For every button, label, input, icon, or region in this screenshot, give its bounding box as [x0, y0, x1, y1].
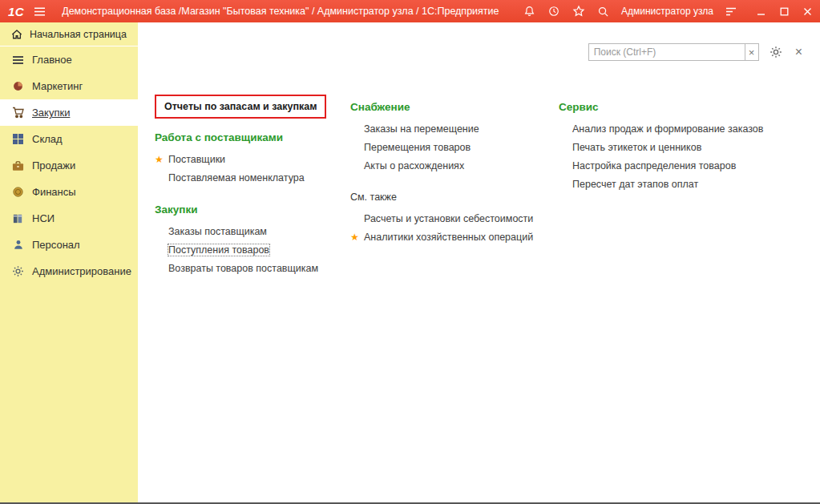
- group-title-service: Сервис: [559, 101, 814, 113]
- section-functions-panel: × × Отчеты по запасам и закупкам Работа …: [138, 22, 820, 502]
- sidebar-item-personnel[interactable]: Персонал: [0, 232, 138, 258]
- link-inventory-purchase-reports[interactable]: Отчеты по запасам и закупкам: [155, 95, 326, 119]
- link-transfer-orders[interactable]: Заказы на перемещение: [350, 120, 559, 139]
- sidebar-item-finance[interactable]: Финансы: [0, 179, 138, 205]
- main-menu-icon[interactable]: [34, 6, 46, 17]
- link-business-operation-analytics[interactable]: ★ Аналитики хозяйственных операций: [350, 228, 559, 247]
- warehouse-boxes-icon: [11, 133, 25, 145]
- gear-icon: [11, 265, 25, 277]
- link-suppliers[interactable]: ★ Поставщики: [155, 151, 350, 169]
- minimize-button[interactable]: [757, 7, 765, 16]
- functions-content: Отчеты по запасам и закупкам Работа с по…: [155, 95, 814, 281]
- settings-gear-icon[interactable]: [770, 46, 782, 58]
- panels-toggle-icon[interactable]: [725, 6, 737, 17]
- sidebar-item-home[interactable]: Начальная страница: [0, 22, 138, 46]
- 1c-logo: 1С: [8, 5, 24, 18]
- search-clear-button[interactable]: ×: [745, 43, 759, 61]
- link-label-printing[interactable]: Печать этикеток и ценников: [559, 139, 814, 157]
- titlebar: 1С Демонстрационная база /Магазин "Бытов…: [0, 0, 820, 22]
- search-icon[interactable]: [597, 6, 609, 18]
- link-goods-transfers[interactable]: Перемещения товаров: [350, 139, 559, 157]
- panel-close-button[interactable]: ×: [795, 46, 802, 58]
- group-suppliers: Работа с поставщиками ★ Поставщики Поста…: [155, 131, 350, 187]
- sidebar-item-nsi[interactable]: НСИ: [0, 205, 138, 232]
- person-icon: [11, 239, 25, 251]
- favorites-star-icon[interactable]: [572, 5, 585, 18]
- finance-coin-icon: [11, 186, 25, 198]
- menu-lines-icon: [11, 55, 25, 65]
- favorite-star-icon: ★: [350, 228, 364, 247]
- group-title-suppliers: Работа с поставщиками: [155, 131, 350, 143]
- sidebar-item-sales[interactable]: Продажи: [0, 152, 138, 179]
- maximize-button[interactable]: [780, 7, 789, 16]
- sidebar-item-administration[interactable]: Администрирование: [0, 258, 138, 284]
- link-goods-distribution-setup[interactable]: Настройка распределения товаров: [559, 157, 814, 175]
- link-payment-dates-recalc[interactable]: Пересчет дат этапов оплат: [559, 175, 814, 194]
- sidebar-item-warehouse[interactable]: Склад: [0, 126, 138, 152]
- current-user-label: Администратор узла: [621, 6, 713, 17]
- group-title-purchases: Закупки: [155, 204, 350, 216]
- link-returns-to-suppliers[interactable]: Возвраты товаров поставщикам: [155, 260, 350, 278]
- group-purchases: Закупки Заказы поставщикам Поступления т…: [155, 204, 350, 278]
- notifications-bell-icon[interactable]: [523, 5, 535, 18]
- column-1: Отчеты по запасам и закупкам Работа с по…: [155, 95, 350, 281]
- link-goods-receipts[interactable]: Поступления товаров: [155, 241, 350, 260]
- group-see-also: См. также Расчеты и установки себестоимо…: [350, 192, 559, 247]
- sections-sidebar: Начальная страница Главное Маркетинг: [0, 22, 138, 502]
- sidebar-item-purchases[interactable]: Закупки: [0, 99, 138, 126]
- group-title-supply: Снабжение: [350, 101, 559, 113]
- group-supply: Снабжение Заказы на перемещение Перемеще…: [350, 101, 559, 175]
- sidebar-item-main[interactable]: Главное: [0, 46, 138, 73]
- column-3: Сервис Анализ продаж и формирование зака…: [559, 95, 814, 197]
- group-service: Сервис Анализ продаж и формирование зака…: [559, 101, 814, 194]
- home-icon: [10, 29, 23, 39]
- history-icon[interactable]: [547, 5, 560, 18]
- sidebar-home-label: Начальная страница: [30, 29, 127, 40]
- column-2: Снабжение Заказы на перемещение Перемеще…: [350, 95, 559, 250]
- sales-case-icon: [11, 160, 25, 171]
- shopping-cart-icon: [11, 107, 25, 119]
- panel-tools: × ×: [588, 43, 802, 61]
- group-title-see-also: См. также: [350, 192, 559, 203]
- close-button[interactable]: [803, 7, 812, 16]
- search-input[interactable]: [588, 43, 745, 61]
- link-supplied-nomenclature[interactable]: Поставляемая номенклатура: [155, 169, 350, 187]
- window-title: Демонстрационная база /Магазин "Бытовая …: [62, 6, 499, 17]
- sidebar-item-marketing[interactable]: Маркетинг: [0, 73, 138, 99]
- link-sales-analysis[interactable]: Анализ продаж и формирование заказов: [559, 120, 814, 139]
- link-orders-to-suppliers[interactable]: Заказы поставщикам: [155, 223, 350, 241]
- link-cost-calculations[interactable]: Расчеты и установки себестоимости: [350, 210, 559, 228]
- books-icon: [11, 213, 25, 224]
- app-window: 1С Демонстрационная база /Магазин "Бытов…: [0, 0, 820, 504]
- search-box: ×: [588, 43, 759, 61]
- link-discrepancy-acts[interactable]: Акты о расхождениях: [350, 157, 559, 175]
- marketing-pie-icon: [11, 80, 25, 92]
- favorite-star-icon: ★: [155, 151, 168, 169]
